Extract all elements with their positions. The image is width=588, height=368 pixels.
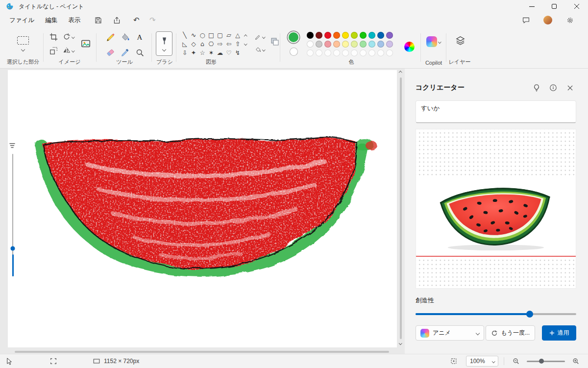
- color-swatch[interactable]: [368, 49, 375, 56]
- prompt-input[interactable]: すいか: [416, 100, 576, 123]
- close-button[interactable]: [565, 0, 588, 13]
- maximize-button[interactable]: [543, 0, 565, 13]
- zoom-slider[interactable]: [527, 358, 565, 364]
- eyedropper-tool-button[interactable]: [118, 46, 132, 60]
- color-swatch[interactable]: [368, 32, 375, 39]
- zoom-out-button[interactable]: [510, 355, 522, 368]
- magnifier-tool-button[interactable]: [133, 46, 147, 60]
- vertical-scrollbar[interactable]: [398, 70, 404, 347]
- color-swatch[interactable]: [342, 32, 349, 39]
- zoom-in-button[interactable]: [569, 355, 582, 368]
- color-swatch[interactable]: [324, 41, 331, 48]
- shapes-scroll-down-icon[interactable]: [244, 42, 247, 45]
- menu-view[interactable]: 表示: [63, 14, 86, 27]
- color-swatch[interactable]: [386, 49, 393, 56]
- pencil-tool-button[interactable]: [103, 31, 117, 45]
- layers-button[interactable]: [453, 33, 467, 47]
- shape-hexagon-icon[interactable]: ⎔: [209, 41, 214, 48]
- resize-button[interactable]: [47, 44, 60, 57]
- scroll-up-icon[interactable]: [399, 71, 402, 74]
- shape-pentagon-icon[interactable]: ⌂: [200, 41, 204, 48]
- shape-rectangle-icon[interactable]: □: [208, 32, 214, 39]
- background-color-swatch[interactable]: [290, 48, 298, 56]
- minimize-button[interactable]: [520, 0, 543, 13]
- color-swatch[interactable]: [342, 49, 349, 56]
- color-swatch[interactable]: [342, 41, 349, 48]
- shape-triangle-icon[interactable]: △: [235, 32, 240, 39]
- image-options-button[interactable]: [78, 36, 93, 51]
- scrollbar-thumb[interactable]: [15, 351, 389, 353]
- shape-rounded-rectangle-icon[interactable]: ▢: [217, 32, 223, 39]
- save-button[interactable]: [91, 14, 105, 26]
- shape-polygon-icon[interactable]: ▱: [226, 32, 231, 39]
- shape-right-triangle-icon[interactable]: ◺: [182, 41, 187, 48]
- slider-thumb[interactable]: [11, 246, 15, 250]
- flip-button[interactable]: [61, 44, 76, 57]
- shape-diamond-icon[interactable]: ◇: [191, 41, 196, 48]
- color-swatch[interactable]: [316, 32, 322, 39]
- brush-size-slider[interactable]: [9, 142, 17, 279]
- color-swatch[interactable]: [307, 49, 314, 56]
- zoom-level-select[interactable]: 100%: [466, 356, 498, 367]
- color-picker-wheel-icon[interactable]: [404, 42, 415, 52]
- crop-button[interactable]: [47, 30, 60, 43]
- color-swatch[interactable]: [386, 32, 393, 39]
- brush-tool-button[interactable]: [156, 31, 172, 56]
- fit-to-screen-button[interactable]: [447, 355, 460, 368]
- menu-edit[interactable]: 編集: [40, 14, 63, 27]
- settings-button[interactable]: [563, 14, 577, 26]
- menu-file[interactable]: ファイル: [4, 14, 40, 27]
- shape-arrow-up-icon[interactable]: ⇧: [235, 41, 240, 48]
- color-swatch[interactable]: [324, 32, 331, 39]
- color-swatch[interactable]: [307, 32, 314, 39]
- eraser-tool-button[interactable]: [103, 46, 117, 60]
- cocreator-info-button[interactable]: [547, 81, 560, 94]
- cocreator-close-button[interactable]: [564, 81, 576, 94]
- shape-star-five-icon[interactable]: ☆: [199, 50, 205, 56]
- retry-button[interactable]: もう一度...: [486, 325, 535, 341]
- scroll-down-icon[interactable]: [399, 342, 402, 344]
- color-swatch[interactable]: [377, 49, 384, 56]
- account-button[interactable]: [540, 14, 555, 26]
- color-swatch[interactable]: [360, 49, 367, 56]
- color-swatch[interactable]: [377, 32, 384, 39]
- color-swatch[interactable]: [360, 32, 367, 39]
- color-swatch[interactable]: [307, 41, 314, 48]
- color-swatch[interactable]: [333, 32, 340, 39]
- style-dropdown[interactable]: アニメ: [416, 325, 484, 341]
- shape-arrow-left-icon[interactable]: ⇦: [226, 41, 231, 48]
- rotate-button[interactable]: [61, 30, 76, 43]
- shape-callout-cloud-icon[interactable]: ☁: [217, 50, 223, 56]
- color-swatch[interactable]: [377, 41, 384, 48]
- share-button[interactable]: [109, 14, 124, 26]
- color-swatch[interactable]: [351, 32, 358, 39]
- shape-star-four-icon[interactable]: ✦: [191, 50, 196, 56]
- fill-tool-button[interactable]: [118, 31, 132, 45]
- foreground-color-swatch[interactable]: [288, 31, 299, 43]
- cocreator-tips-button[interactable]: [530, 81, 543, 94]
- color-swatch[interactable]: [333, 49, 340, 56]
- shapes-scroll-up-icon[interactable]: [244, 35, 247, 38]
- color-swatch[interactable]: [351, 49, 358, 56]
- apply-button[interactable]: 適用: [542, 325, 576, 341]
- selection-tool-button[interactable]: [15, 33, 31, 54]
- text-tool-button[interactable]: A: [133, 31, 147, 45]
- shape-arrow-right-icon[interactable]: ⇨: [218, 41, 222, 48]
- color-swatch[interactable]: [324, 49, 331, 56]
- copilot-button[interactable]: [425, 33, 442, 50]
- color-swatch[interactable]: [316, 41, 322, 48]
- shape-oval-icon[interactable]: ○: [200, 32, 205, 39]
- shape-arrow-down-icon[interactable]: ⇩: [182, 50, 187, 56]
- drawing-canvas[interactable]: [8, 70, 397, 347]
- creativity-slider[interactable]: [416, 311, 576, 318]
- color-swatch[interactable]: [351, 41, 358, 48]
- shape-lightning-icon[interactable]: ↯: [235, 50, 240, 56]
- undo-button[interactable]: ↶: [129, 14, 144, 26]
- shape-star-six-icon[interactable]: ✶: [209, 50, 214, 56]
- shape-fill-button[interactable]: [252, 44, 268, 55]
- scrollbar-thumb[interactable]: [400, 77, 402, 339]
- feedback-button[interactable]: [518, 14, 533, 26]
- redo-button[interactable]: ↷: [145, 14, 160, 26]
- shape-curve-icon[interactable]: ∿: [191, 32, 196, 39]
- color-swatch[interactable]: [360, 41, 367, 48]
